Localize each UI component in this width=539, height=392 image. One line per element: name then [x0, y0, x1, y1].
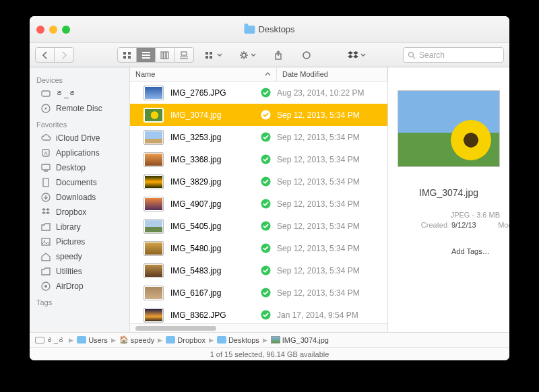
file-row[interactable]: IMG_6167.jpgSep 12, 2013, 5:34 PM	[130, 282, 387, 304]
file-thumbnail	[144, 219, 164, 234]
sidebar-item-label: Downloads	[56, 193, 96, 202]
add-tags-link[interactable]: Add Tags…	[447, 247, 500, 255]
coverflow-view-button[interactable]	[175, 48, 193, 62]
svg-text:A: A	[44, 150, 48, 156]
sidebar-item[interactable]: Desktop	[30, 160, 129, 175]
file-thumbnail	[144, 308, 164, 323]
sidebar-section-head: Tags	[30, 294, 129, 308]
file-row[interactable]: IMG_3253.jpgSep 12, 2013, 5:34 PM	[130, 126, 387, 148]
close-button[interactable]	[36, 26, 44, 34]
sidebar-item[interactable]: Documents	[30, 175, 129, 190]
column-view-button[interactable]	[156, 48, 175, 62]
svg-rect-4	[142, 52, 150, 53]
svg-rect-1	[128, 52, 131, 55]
file-name: IMG_4907.jpg	[170, 199, 254, 209]
sync-status-icon	[254, 310, 277, 320]
file-row[interactable]: IMG_5405.jpgSep 12, 2013, 5:34 PM	[130, 215, 387, 237]
sync-status-icon	[254, 154, 277, 164]
file-row[interactable]: IMG_3368.jpgSep 12, 2013, 5:34 PM	[130, 148, 387, 170]
file-thumbnail	[144, 152, 164, 167]
file-date: Sep 12, 2013, 5:34 PM	[277, 155, 387, 164]
zoom-button[interactable]	[62, 26, 70, 34]
horizontal-scrollbar[interactable]	[130, 323, 387, 332]
sidebar-item[interactable]: Dropbox	[30, 205, 129, 220]
preview-kind: JPEG - 3.6 MB	[451, 211, 500, 219]
file-thumbnail	[144, 197, 164, 211]
file-row[interactable]: IMG_4907.jpgSep 12, 2013, 5:34 PM	[130, 193, 387, 215]
svg-rect-0	[123, 52, 126, 55]
file-date: Aug 23, 2014, 10:22 PM	[277, 88, 387, 98]
svg-line-30	[413, 57, 415, 59]
path-segment[interactable]: IMG_3074.jpg	[271, 336, 329, 344]
forward-button[interactable]	[55, 48, 73, 62]
file-row[interactable]: IMG_5483.jpgSep 12, 2013, 5:34 PM	[130, 259, 387, 282]
sidebar-item[interactable]: Pictures	[30, 234, 129, 249]
column-date[interactable]: Date Modified	[277, 67, 387, 81]
svg-rect-36	[42, 164, 50, 170]
file-row[interactable]: IMG_3074.jpgSep 12, 2013, 5:34 PM	[130, 104, 387, 126]
sidebar-item-label: Pictures	[56, 237, 85, 247]
svg-rect-14	[210, 52, 212, 55]
sync-status-icon	[254, 288, 277, 298]
tags-button[interactable]	[295, 47, 318, 63]
file-date: Sep 12, 2013, 5:34 PM	[277, 110, 387, 120]
svg-rect-16	[210, 56, 212, 59]
sidebar-item[interactable]: Downloads	[30, 190, 129, 205]
column-name[interactable]: Name	[130, 67, 277, 81]
window-title: Desktops	[258, 24, 294, 34]
sidebar-item[interactable]: Utilities	[30, 264, 129, 279]
svg-rect-7	[161, 52, 163, 59]
svg-point-43	[44, 285, 47, 288]
path-segment[interactable]: Desktops	[217, 336, 259, 344]
path-segment[interactable]: ಠ_ಠ	[35, 336, 65, 344]
chevron-right-icon: ▶	[67, 337, 75, 344]
dropbox-button[interactable]	[342, 47, 371, 63]
desktop-icon	[40, 162, 51, 173]
svg-rect-13	[205, 52, 208, 55]
file-thumbnail	[144, 286, 164, 300]
pics-icon	[40, 236, 51, 247]
dropbox-icon	[40, 207, 51, 218]
path-segment[interactable]: Dropbox	[166, 336, 205, 344]
arrange-button[interactable]	[199, 47, 228, 63]
sync-status-icon	[254, 199, 277, 209]
file-row[interactable]: IMG_8362.JPGJan 17, 2014, 9:54 PM	[130, 304, 387, 323]
sidebar-item[interactable]: Library	[30, 220, 129, 234]
file-name: IMG_2765.JPG	[170, 88, 254, 98]
sidebar-item[interactable]: Remote Disc	[30, 101, 129, 116]
file-date: Sep 12, 2013, 5:34 PM	[277, 177, 387, 187]
down-icon	[40, 192, 51, 203]
sidebar-item[interactable]: AirDrop	[30, 279, 129, 294]
file-row[interactable]: IMG_2765.JPGAug 23, 2014, 10:22 PM	[130, 81, 387, 104]
svg-rect-3	[128, 56, 131, 59]
back-button[interactable]	[36, 48, 55, 62]
file-thumbnail	[144, 263, 164, 278]
nav-buttons	[35, 47, 74, 63]
file-name: IMG_6167.jpg	[170, 288, 254, 298]
path-segment[interactable]: 🏠 speedy	[119, 335, 154, 344]
icon-view-button[interactable]	[118, 48, 137, 62]
svg-rect-5	[142, 55, 150, 56]
sidebar-item[interactable]: AApplications	[30, 145, 129, 160]
search-field[interactable]: Search	[403, 47, 504, 63]
list-view-button[interactable]	[137, 48, 156, 62]
titlebar: Desktops	[30, 16, 509, 43]
share-button[interactable]	[267, 47, 290, 63]
svg-point-17	[242, 53, 246, 57]
svg-rect-15	[205, 56, 208, 59]
sidebar-item-label: Library	[56, 222, 81, 232]
path-segment[interactable]: Users	[77, 336, 108, 344]
sidebar-item[interactable]: iCloud Drive	[30, 131, 129, 145]
sidebar-section-head: Devices	[30, 71, 129, 86]
action-button[interactable]	[233, 47, 261, 63]
sidebar-item[interactable]: ಠ_ಠ	[30, 86, 129, 101]
file-row[interactable]: IMG_5480.jpgSep 12, 2013, 5:34 PM	[130, 237, 387, 259]
file-row[interactable]: IMG_3829.jpgSep 12, 2013, 5:34 PM	[130, 170, 387, 193]
sidebar-item[interactable]: speedy	[30, 249, 129, 264]
doc-icon	[40, 177, 51, 188]
svg-rect-11	[180, 57, 188, 57]
minimize-button[interactable]	[49, 26, 57, 34]
sidebar-item-label: AirDrop	[56, 282, 84, 291]
svg-rect-40	[42, 238, 50, 245]
svg-rect-31	[42, 91, 50, 96]
